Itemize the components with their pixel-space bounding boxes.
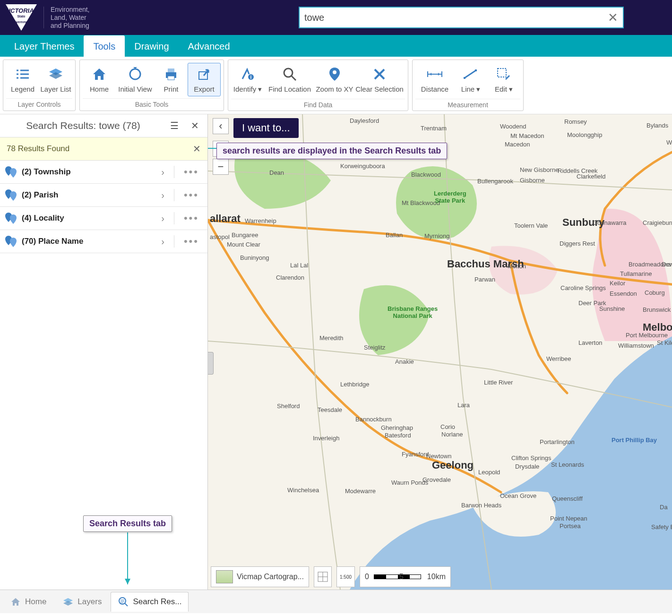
tab-tools[interactable]: Tools (84, 35, 125, 57)
tab-layer-themes[interactable]: Layer Themes (5, 35, 84, 57)
line-button[interactable]: Line▾ (454, 63, 487, 97)
result-group-label: (2) Township (22, 167, 152, 177)
pin-icon (4, 188, 17, 202)
basemap-thumbnail (216, 570, 233, 583)
home-button[interactable]: Home (83, 63, 116, 96)
map-artwork (208, 114, 672, 590)
svg-marker-25 (438, 73, 440, 76)
row-menu-icon[interactable]: ••• (179, 166, 204, 178)
pin-icon (4, 165, 17, 179)
ribbon-group-label: Find Data (231, 99, 405, 110)
export-icon (196, 66, 212, 82)
collapse-sidebar-button[interactable]: ‹ (213, 118, 229, 134)
expand-icon[interactable]: › (156, 213, 169, 224)
status-tab-home[interactable]: Home (3, 592, 53, 612)
layers-icon (48, 66, 64, 82)
svg-point-38 (119, 598, 126, 604)
edit-button[interactable]: Edit▾ (487, 63, 520, 97)
layer-list-button[interactable]: Layer List (39, 63, 72, 96)
chevron-down-icon: ▾ (509, 85, 513, 93)
initial-view-button[interactable]: Initial View (116, 63, 155, 96)
brand: ICTORIAStateGovernment Environment, Land… (6, 4, 89, 31)
svg-line-39 (125, 603, 128, 606)
result-group-row[interactable]: (2) Township › ••• (0, 161, 207, 184)
find-location-button[interactable]: Find Location (264, 63, 315, 97)
status-bar: Home Layers Search Res... Search Results… (0, 590, 672, 613)
edit-icon (496, 66, 512, 82)
clear-search-icon[interactable]: ✕ (608, 10, 618, 25)
svg-point-9 (130, 69, 140, 79)
pin-icon (4, 212, 17, 225)
sidebar-resize-handle[interactable] (208, 352, 214, 375)
svg-marker-8 (93, 68, 105, 80)
search-input[interactable] (304, 12, 608, 23)
svg-text:i: i (250, 75, 252, 80)
results-close-icon[interactable]: ✕ (193, 143, 201, 154)
result-group-row[interactable]: (2) Parish › ••• (0, 184, 207, 207)
ribbon-toolbar: Legend Layer List Layer Controls Home In… (0, 57, 672, 114)
status-tab-layers[interactable]: Layers (55, 592, 109, 612)
result-group-row[interactable]: (4) Locality › ••• (0, 207, 207, 230)
clear-selection-button[interactable]: Clear Selection (354, 63, 405, 97)
app-header: ICTORIAStateGovernment Environment, Land… (0, 0, 672, 35)
annotation-search-tab: Search Results tab (83, 515, 172, 532)
row-menu-icon[interactable]: ••• (179, 212, 204, 224)
ribbon-group-layer-controls: Legend Layer List Layer Controls (3, 60, 76, 111)
i-want-to-button[interactable]: I want to... (233, 118, 299, 138)
status-tab-label: Home (25, 597, 46, 607)
zoom-out-button[interactable]: − (213, 159, 229, 175)
result-group-row[interactable]: (70) Place Name › ••• (0, 230, 207, 253)
status-tab-label: Search Res... (133, 597, 181, 607)
expand-icon[interactable]: › (156, 190, 169, 201)
expand-icon[interactable]: › (156, 167, 169, 178)
svg-rect-12 (168, 76, 174, 80)
svg-marker-35 (11, 598, 20, 606)
ribbon-group-basic-tools: Home Initial View Print Export Basic Too… (79, 60, 224, 111)
basemap-selector[interactable]: Vicmap Cartograp... (211, 566, 309, 587)
export-button[interactable]: Export (188, 63, 221, 96)
row-menu-icon[interactable]: ••• (179, 189, 204, 201)
x-icon (371, 66, 388, 82)
reset-view-icon (127, 66, 143, 82)
victoria-logo: ICTORIAStateGovernment (6, 4, 37, 31)
legend-button[interactable]: Legend (6, 63, 39, 96)
identify-button[interactable]: i Identify▾ (231, 63, 264, 97)
home-icon (10, 596, 21, 607)
chevron-down-icon: ▾ (476, 85, 480, 93)
svg-rect-27 (464, 77, 465, 79)
zoom-to-xy-button[interactable]: Zoom to XY (315, 63, 354, 97)
distance-button[interactable]: Distance (415, 63, 454, 97)
panel-header: Search Results: towe (78) ☰ ✕ (0, 114, 207, 137)
home-icon (91, 66, 107, 82)
search-icon (282, 66, 298, 82)
results-list: (2) Township › ••• (2) Parish › ••• (4) … (0, 161, 207, 253)
expand-icon[interactable]: › (156, 236, 169, 247)
svg-line-26 (465, 70, 476, 78)
svg-marker-37 (63, 601, 73, 606)
department-name: Environment, Land, Water and Planning (51, 6, 89, 30)
result-group-label: (70) Place Name (22, 237, 152, 246)
panel-menu-icon[interactable]: ☰ (166, 118, 182, 133)
basemap-bar: Vicmap Cartograp... 1:500 0 5 10km (208, 564, 672, 590)
pin-icon (327, 66, 343, 82)
ribbon-group-label: Basic Tools (83, 98, 221, 109)
scale-input-button[interactable] (314, 566, 332, 587)
panel-close-icon[interactable]: ✕ (187, 118, 203, 133)
row-menu-icon[interactable]: ••• (179, 235, 204, 248)
scale-icon (317, 571, 328, 582)
print-button[interactable]: Print (155, 63, 188, 96)
panel-title: Search Results: towe (78) (5, 120, 162, 131)
tab-drawing[interactable]: Drawing (125, 35, 178, 57)
global-search[interactable]: ✕ (299, 7, 624, 28)
status-tab-label: Layers (78, 597, 102, 607)
list-icon (15, 66, 31, 82)
status-tab-search-results[interactable]: Search Res... (111, 592, 189, 612)
scale-ratio-button[interactable]: 1:500 (336, 566, 355, 587)
menu-bar: Layer Themes Tools Drawing Advanced (0, 35, 672, 57)
result-group-label: (4) Locality (22, 214, 152, 223)
svg-rect-28 (475, 69, 477, 71)
results-count: 78 Results Found (7, 144, 69, 154)
tab-advanced[interactable]: Advanced (179, 35, 240, 57)
basemap-label: Vicmap Cartograp... (237, 573, 304, 581)
map-canvas[interactable]: DaylesfordTrentnamWoodendMt MacedonMaced… (208, 114, 672, 590)
